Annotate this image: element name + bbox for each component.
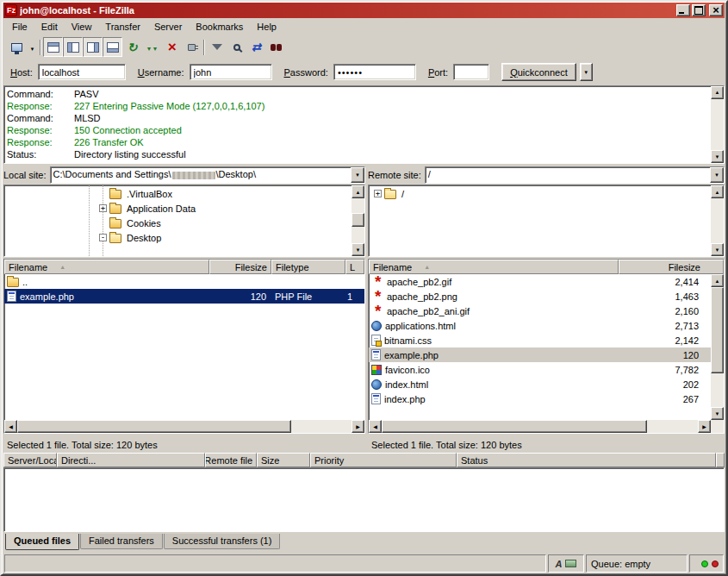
tree-expander[interactable]: +: [99, 204, 107, 212]
queue-column-header[interactable]: [716, 453, 725, 467]
file-row[interactable]: apache_pb2.png 1,463: [369, 289, 711, 304]
scroll-down-icon[interactable]: [352, 243, 364, 256]
queue-column-header[interactable]: Remote file: [205, 453, 257, 467]
close-button[interactable]: [709, 4, 723, 16]
file-row[interactable]: index.html 202: [369, 377, 711, 391]
find-button[interactable]: [266, 37, 286, 57]
file-row[interactable]: applications.html 2,713: [369, 318, 711, 333]
menu-item[interactable]: Server: [147, 18, 189, 35]
file-row[interactable]: favicon.ico 7,782: [369, 362, 711, 377]
file-row[interactable]: example.php 120 PHP File 1: [4, 289, 364, 304]
local-tree-scrollbar[interactable]: [352, 185, 364, 256]
password-input[interactable]: [333, 64, 416, 80]
local-site-dropdown-button[interactable]: [351, 167, 364, 183]
column-header-filesize[interactable]: Filesize: [209, 260, 271, 274]
queue-column-header[interactable]: Size: [257, 453, 310, 467]
scroll-left-icon[interactable]: [369, 420, 382, 433]
scroll-right-icon[interactable]: [698, 420, 711, 433]
tree-item[interactable]: Cookies: [4, 216, 352, 230]
image-file-icon: [371, 305, 383, 316]
local-list-hscrollbar[interactable]: [4, 420, 364, 433]
minimize-button[interactable]: [676, 4, 690, 16]
local-site-combobox[interactable]: C:\Documents and Settings\\Desktop\: [50, 166, 365, 184]
scrollbar-thumb[interactable]: [17, 420, 291, 433]
remote-site-combobox[interactable]: /: [425, 166, 725, 184]
scrollbar-thumb[interactable]: [711, 287, 724, 373]
remote-site-dropdown-button[interactable]: [710, 167, 724, 183]
column-header-truncated[interactable]: L: [345, 260, 364, 274]
column-header-filesize[interactable]: Filesize: [619, 260, 724, 274]
refresh-button[interactable]: [122, 37, 142, 57]
host-input[interactable]: [38, 64, 126, 80]
column-header-filetype[interactable]: Filetype: [271, 260, 345, 274]
menu-item[interactable]: View: [65, 18, 99, 35]
scroll-left-icon[interactable]: [4, 420, 17, 433]
toggle-remote-tree-button[interactable]: [83, 37, 103, 57]
site-manager-dropdown-button[interactable]: [27, 37, 38, 57]
tree-item[interactable]: - Desktop: [4, 230, 352, 245]
tab-successful-transfers[interactable]: Successful transfers (1): [164, 534, 281, 549]
scroll-up-icon[interactable]: [352, 185, 364, 198]
file-row[interactable]: ..: [4, 274, 364, 289]
toggle-local-tree-button[interactable]: [63, 37, 83, 57]
scroll-down-icon[interactable]: [711, 407, 724, 420]
column-header-filename[interactable]: Filename▲: [4, 260, 209, 274]
file-row[interactable]: bitnami.css 2,142: [369, 333, 711, 347]
file-row[interactable]: apache_pb2_ani.gif 2,160: [369, 304, 711, 318]
menu-item[interactable]: File: [5, 18, 34, 35]
scroll-up-icon[interactable]: [711, 274, 724, 287]
quickconnect-button[interactable]: Quickconnect: [501, 63, 576, 81]
toggle-queue-button[interactable]: [103, 37, 122, 57]
process-queue-button[interactable]: [142, 37, 162, 57]
tree-expander[interactable]: -: [99, 234, 107, 241]
tree-item[interactable]: + Application Data: [4, 201, 352, 216]
sync-browsing-button[interactable]: [246, 37, 266, 57]
file-extra: 1: [345, 289, 364, 304]
file-row[interactable]: example.php 120: [369, 347, 711, 362]
folder-icon: [109, 204, 121, 214]
port-input[interactable]: [453, 64, 489, 80]
tree-item[interactable]: .VirtualBox: [4, 186, 352, 201]
scroll-right-icon[interactable]: [352, 420, 364, 433]
remote-list-vscrollbar[interactable]: [711, 274, 724, 420]
menu-item[interactable]: Help: [250, 18, 283, 35]
log-scrollbar[interactable]: [711, 86, 724, 164]
tab-queued-files[interactable]: Queued files: [5, 534, 79, 550]
statusbar-message-panel: [4, 554, 546, 573]
remote-list-hscrollbar[interactable]: [369, 420, 711, 433]
file-row[interactable]: apache_pb2.gif 2,414: [369, 274, 711, 289]
toggle-log-button[interactable]: [43, 37, 63, 57]
menu-item[interactable]: Transfer: [98, 18, 147, 35]
quickconnect-dropdown-button[interactable]: [580, 63, 593, 81]
queue-column-header[interactable]: Server/Local file: [3, 453, 57, 467]
scroll-up-icon[interactable]: [711, 185, 724, 198]
scrollbar-thumb[interactable]: [352, 213, 364, 227]
folder-icon: [109, 219, 121, 229]
remote-tree-scrollbar[interactable]: [711, 185, 724, 256]
file-row[interactable]: index.php 267: [369, 391, 711, 406]
scroll-down-icon[interactable]: [711, 243, 724, 256]
tab-failed-transfers[interactable]: Failed transfers: [80, 534, 163, 549]
filter-button[interactable]: [207, 37, 227, 57]
menu-item[interactable]: Bookmarks: [189, 18, 250, 35]
tree-expander[interactable]: +: [374, 190, 382, 197]
scroll-down-icon[interactable]: [711, 150, 724, 163]
column-header-filename[interactable]: Filename▲: [369, 260, 619, 274]
tree-item[interactable]: + /: [369, 186, 711, 201]
menu-item[interactable]: Edit: [34, 18, 65, 35]
maximize-button[interactable]: [692, 4, 706, 16]
scrollbar-thumb[interactable]: [382, 420, 647, 433]
username-input[interactable]: [190, 64, 272, 80]
scroll-up-icon[interactable]: [711, 86, 724, 99]
queue-body: [3, 467, 725, 532]
queue-column-header[interactable]: Priority: [310, 453, 457, 467]
scrollbar-corner: [711, 420, 724, 433]
synchronized-browsing-icon: [252, 41, 261, 53]
queue-column-header[interactable]: Directi...: [57, 453, 205, 467]
cancel-button[interactable]: [162, 37, 182, 57]
queue-column-header[interactable]: Status: [457, 453, 716, 467]
log-line: Response:150 Connection accepted: [7, 124, 708, 136]
compare-button[interactable]: [227, 37, 246, 57]
site-manager-button[interactable]: [7, 37, 27, 57]
disconnect-button[interactable]: [182, 37, 202, 57]
